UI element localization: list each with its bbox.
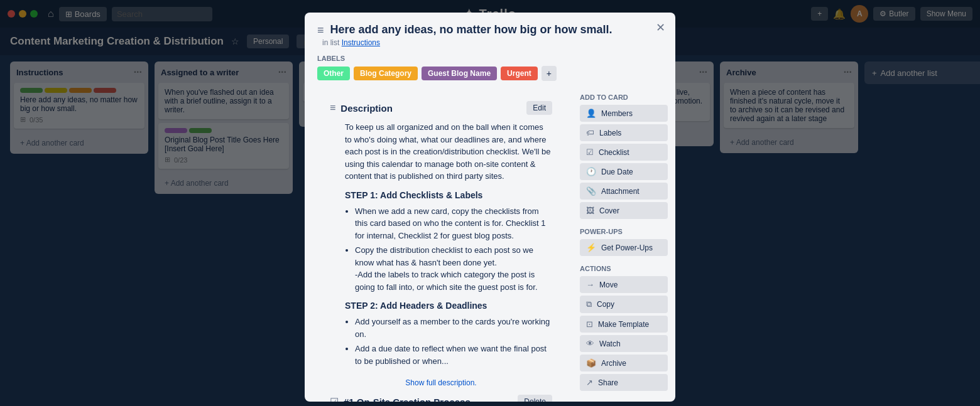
close-icon: ✕ — [656, 21, 665, 35]
modal-sidebar: ADD TO CARD 👤 Members 🏷 Labels ☑ Checkli… — [575, 86, 675, 402]
modal-title-area: ≡ Here add any ideas, no matter how big … — [305, 13, 675, 37]
archive-label: Archive — [601, 359, 626, 368]
attachment-button[interactable]: 📎 Attachment — [580, 183, 668, 200]
step2-item-1: Add yourself as a member to the cards yo… — [355, 316, 552, 340]
actions-title: ACTIONS — [580, 265, 668, 272]
description-icon: ≡ — [330, 102, 335, 114]
checklist-title: #1 On-Site Creation Process — [344, 397, 513, 402]
add-to-card-title: ADD TO CARD — [580, 93, 668, 101]
modal-close-button[interactable]: ✕ — [651, 19, 669, 36]
share-button[interactable]: ↗ Share — [580, 374, 668, 391]
label-guest-blog-name[interactable]: Guest Blog Name — [422, 67, 497, 80]
share-label: Share — [598, 378, 618, 387]
labels-title: LABELS — [317, 55, 663, 62]
labels-label: Labels — [599, 129, 621, 137]
watch-label: Watch — [599, 339, 621, 348]
step2-list: Add yourself as a member to the cards yo… — [345, 316, 552, 367]
show-full-description-link[interactable]: Show full description. — [330, 378, 552, 387]
checklist-button[interactable]: ☑ Checklist — [580, 144, 668, 161]
copy-icon: ⧉ — [586, 299, 592, 309]
archive-icon: 📦 — [586, 358, 596, 368]
modal-overlay[interactable]: ✕ ≡ Here add any ideas, no matter how bi… — [0, 0, 980, 406]
make-template-icon: ⊡ — [586, 319, 593, 329]
modal-list-ref: in list Instructions — [322, 37, 675, 55]
copy-label: Copy — [597, 300, 614, 309]
power-ups-title: POWER-UPS — [580, 228, 668, 235]
modal-body: ≡ Description Edit To keep us all organi… — [305, 86, 675, 402]
checklist-btn-icon: ☑ — [586, 147, 594, 157]
get-power-ups-label: Get Power-Ups — [601, 243, 653, 252]
sidebar-add-to-card: ADD TO CARD 👤 Members 🏷 Labels ☑ Checkli… — [580, 93, 668, 219]
members-button[interactable]: 👤 Members — [580, 105, 668, 122]
labels-row: Other Blog Category Guest Blog Name Urge… — [317, 66, 663, 81]
cover-icon: 🖼 — [586, 206, 594, 215]
due-date-button[interactable]: 🕐 Due Date — [580, 163, 668, 180]
description-title: Description — [340, 103, 521, 114]
checklist-delete-button[interactable]: Delete — [518, 395, 552, 402]
step2-title: STEP 2: Add Headers & Deadlines — [345, 299, 552, 313]
cover-button[interactable]: 🖼 Cover — [580, 202, 668, 219]
watch-icon: 👁 — [586, 339, 594, 348]
step1-title: STEP 1: Add Checklists & Labels — [345, 189, 552, 202]
description-intro: To keep us all organized and on the ball… — [345, 121, 552, 183]
attachment-label: Attachment — [601, 187, 640, 196]
description-edit-button[interactable]: Edit — [526, 101, 552, 115]
step1-item-2: Copy the distribution checklist to each … — [355, 244, 552, 293]
checklist-header: ☑ #1 On-Site Creation Process Delete — [330, 395, 552, 402]
attachment-icon: 📎 — [586, 186, 596, 196]
labels-section: LABELS Other Blog Category Guest Blog Na… — [305, 55, 675, 86]
step1-list: When we add a new card, copy the checkli… — [345, 205, 552, 294]
checklist-section: ☑ #1 On-Site Creation Process Delete 0% … — [317, 390, 565, 402]
members-icon: 👤 — [586, 109, 596, 118]
labels-button[interactable]: 🏷 Labels — [580, 124, 668, 141]
checklist-icon: ☑ — [330, 396, 339, 402]
step2-item-2: Add a due date to reflect when we want t… — [355, 343, 552, 367]
move-icon: → — [586, 280, 594, 289]
watch-button[interactable]: 👁 Watch — [580, 335, 668, 352]
move-button[interactable]: → Move — [580, 276, 668, 293]
modal-title[interactable]: Here add any ideas, no matter how big or… — [330, 23, 663, 37]
card-title-icon: ≡ — [317, 24, 324, 37]
get-power-ups-button[interactable]: ⚡ Get Power-Ups — [580, 239, 668, 256]
description-content: To keep us all organized and on the ball… — [317, 117, 565, 376]
sidebar-actions: ACTIONS → Move ⧉ Copy ⊡ Make Template � — [580, 265, 668, 391]
sidebar-power-ups: POWER-UPS ⚡ Get Power-Ups — [580, 228, 668, 256]
archive-button[interactable]: 📦 Archive — [580, 355, 668, 371]
label-blog-category[interactable]: Blog Category — [354, 67, 418, 80]
copy-button[interactable]: ⧉ Copy — [580, 296, 668, 313]
power-ups-icon: ⚡ — [586, 243, 596, 252]
modal-main: ≡ Description Edit To keep us all organi… — [305, 86, 575, 402]
label-urgent[interactable]: Urgent — [501, 67, 538, 80]
label-other[interactable]: Other — [317, 67, 350, 80]
label-add-button[interactable]: + — [542, 66, 557, 81]
move-label: Move — [599, 280, 618, 289]
make-template-button[interactable]: ⊡ Make Template — [580, 316, 668, 333]
step1-item-1: When we add a new card, copy the checkli… — [355, 205, 552, 242]
checklist-label: Checklist — [599, 148, 629, 157]
cover-label: Cover — [599, 206, 619, 215]
make-template-label: Make Template — [598, 320, 649, 329]
card-modal: ✕ ≡ Here add any ideas, no matter how bi… — [305, 13, 675, 402]
due-date-label: Due Date — [601, 168, 633, 176]
share-icon: ↗ — [586, 378, 593, 387]
labels-icon: 🏷 — [586, 128, 594, 137]
list-ref-link[interactable]: Instructions — [342, 38, 380, 47]
due-date-icon: 🕐 — [586, 167, 596, 176]
description-header: ≡ Description Edit — [317, 96, 565, 117]
members-label: Members — [601, 109, 633, 118]
